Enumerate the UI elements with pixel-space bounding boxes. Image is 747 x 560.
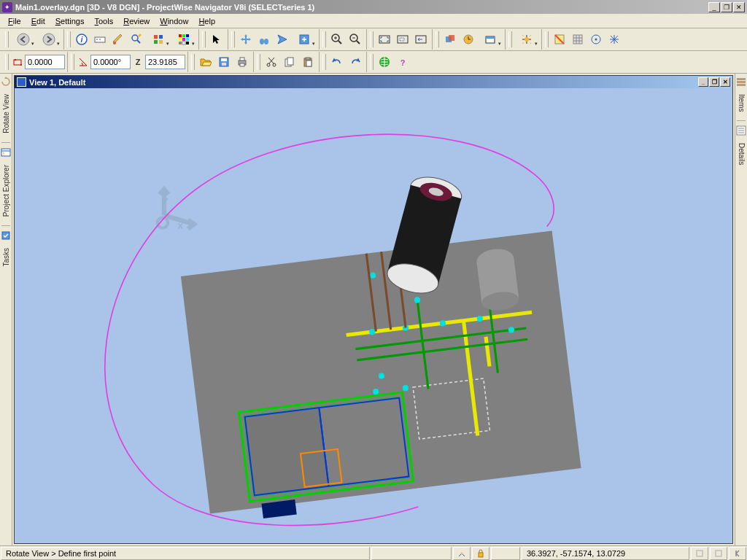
- menu-tools[interactable]: Tools: [89, 15, 118, 27]
- grip-icon[interactable]: [231, 31, 235, 47]
- open-button[interactable]: [197, 53, 214, 71]
- accusnap-button[interactable]: ▾: [514, 31, 539, 48]
- grip-icon[interactable]: [202, 31, 206, 47]
- view-close-button[interactable]: ✕: [720, 77, 730, 87]
- details-icon[interactable]: [736, 125, 746, 136]
- tab-items[interactable]: Items: [737, 90, 746, 116]
- viewport-3d[interactable]: Y X: [15, 88, 732, 543]
- project-explorer-icon[interactable]: [1, 147, 11, 158]
- maximize-button[interactable]: ❐: [721, 2, 732, 12]
- status-file-changed-icon[interactable]: [691, 547, 708, 560]
- grip-icon[interactable]: [370, 54, 374, 70]
- fit-view-button[interactable]: [376, 31, 393, 48]
- bentley-home-button[interactable]: [376, 53, 393, 71]
- paste-button[interactable]: [299, 53, 317, 71]
- clash-detection-button[interactable]: [441, 31, 459, 48]
- svg-point-59: [267, 63, 270, 66]
- find-button[interactable]: [128, 31, 145, 48]
- tab-details[interactable]: Details: [737, 139, 746, 170]
- distance-lock-button[interactable]: [11, 53, 24, 71]
- status-level[interactable]: [491, 547, 520, 560]
- menu-review[interactable]: Review: [118, 15, 155, 27]
- angle-lock-button[interactable]: [77, 53, 90, 71]
- color-table-button[interactable]: ▾: [171, 31, 196, 48]
- fly-button[interactable]: [274, 31, 291, 48]
- toggle-grid-button[interactable]: [569, 31, 587, 48]
- tasks-icon[interactable]: [1, 230, 11, 241]
- print-button[interactable]: [233, 53, 251, 71]
- menu-window[interactable]: Window: [155, 15, 193, 27]
- window-area-button[interactable]: [394, 31, 411, 48]
- grip-icon[interactable]: [5, 31, 9, 47]
- walk-button[interactable]: [255, 31, 273, 48]
- grip-icon[interactable]: [322, 31, 326, 47]
- toggle-construction-button[interactable]: [551, 31, 568, 48]
- back-button[interactable]: ▾: [11, 31, 36, 48]
- accusnap-toggle-button[interactable]: [605, 31, 623, 48]
- minimize-button[interactable]: _: [708, 2, 720, 12]
- angle-input[interactable]: [90, 55, 131, 69]
- view-restore-button[interactable]: ❐: [709, 77, 719, 87]
- status-dgn-icon[interactable]: [729, 547, 746, 560]
- grip-icon[interactable]: [508, 31, 512, 47]
- svg-rect-34: [398, 36, 408, 43]
- menu-settings[interactable]: Settings: [50, 15, 90, 27]
- grip-icon[interactable]: [545, 31, 549, 47]
- svg-point-1: [43, 34, 55, 45]
- svg-point-0: [18, 34, 29, 45]
- view-minimize-button[interactable]: _: [698, 77, 708, 87]
- svg-rect-47: [573, 35, 582, 44]
- grip-icon[interactable]: [370, 31, 374, 47]
- menu-file[interactable]: File: [3, 15, 26, 27]
- redo-button[interactable]: [347, 53, 364, 71]
- element-selection-button[interactable]: [208, 31, 225, 48]
- key-in-button[interactable]: [91, 31, 109, 48]
- svg-rect-58: [240, 63, 244, 66]
- left-side-panel: Rotate View Project Explorer Tasks: [0, 74, 12, 545]
- save-button[interactable]: [215, 53, 233, 71]
- help-button[interactable]: ?: [394, 53, 411, 71]
- view-previous-button[interactable]: [412, 31, 430, 48]
- grip-icon[interactable]: [71, 54, 74, 70]
- grip-icon[interactable]: [322, 54, 326, 70]
- pan-button[interactable]: [237, 31, 255, 48]
- grip-icon[interactable]: [436, 31, 439, 47]
- tab-project-explorer[interactable]: Project Explorer: [1, 160, 11, 221]
- z-input[interactable]: [145, 55, 185, 69]
- grip-icon[interactable]: [191, 54, 195, 70]
- status-design-history-icon[interactable]: [710, 547, 727, 560]
- display-set-button[interactable]: ▾: [146, 31, 171, 48]
- undo-button[interactable]: [328, 53, 346, 71]
- schedule-sim-button[interactable]: [460, 31, 477, 48]
- side-separator: [737, 120, 746, 121]
- toggle-accudraw-button[interactable]: [587, 31, 605, 48]
- status-snap-icon[interactable]: [453, 547, 471, 560]
- tab-rotate-view[interactable]: Rotate View: [1, 90, 11, 138]
- view-window: View 1, Default _ ❐ ✕ Y X: [14, 75, 733, 544]
- view-titlebar[interactable]: View 1, Default _ ❐ ✕: [15, 76, 732, 88]
- rotate-view-icon[interactable]: [1, 77, 11, 87]
- zoom-in-button[interactable]: [328, 31, 346, 48]
- copy-button[interactable]: [281, 53, 298, 71]
- menu-bar: File Edit Settings Tools Review Window H…: [0, 14, 747, 28]
- grip-icon[interactable]: [5, 54, 9, 70]
- clash-review-group: ▾: [433, 29, 506, 50]
- markup-button[interactable]: [109, 31, 127, 48]
- menu-help[interactable]: Help: [193, 15, 220, 27]
- items-icon[interactable]: [736, 77, 746, 87]
- navigate-view-button[interactable]: ▾: [292, 31, 317, 48]
- forward-button[interactable]: ▾: [36, 31, 61, 48]
- cut-button[interactable]: [263, 53, 280, 71]
- info-button[interactable]: i: [73, 31, 90, 48]
- zoom-out-button[interactable]: [347, 31, 364, 48]
- svg-point-73: [3, 155, 4, 156]
- status-lock-icon[interactable]: [472, 547, 489, 560]
- close-button[interactable]: ✕: [733, 2, 745, 12]
- distance-input[interactable]: [25, 55, 65, 69]
- grip-icon[interactable]: [67, 31, 71, 47]
- svg-line-31: [357, 41, 360, 44]
- render-mode-button[interactable]: ▾: [478, 31, 503, 48]
- menu-edit[interactable]: Edit: [26, 15, 50, 27]
- grip-icon[interactable]: [257, 54, 260, 70]
- tab-tasks[interactable]: Tasks: [1, 244, 11, 271]
